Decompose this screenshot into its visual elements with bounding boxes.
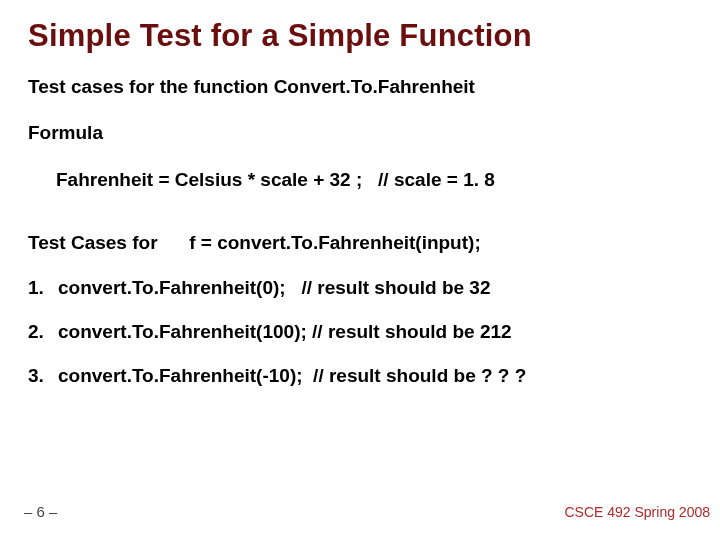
list-number: 3. — [28, 365, 58, 387]
formula-text: Fahrenheit = Celsius * scale + 32 ; // s… — [28, 169, 692, 192]
subtitle: Test cases for the function Convert.To.F… — [28, 76, 692, 99]
testcases-label: Test Cases for f = convert.To.Fahrenheit… — [28, 232, 692, 255]
list-text: convert.To.Fahrenheit(-10); // result sh… — [58, 365, 526, 386]
list-number: 2. — [28, 321, 58, 343]
list-number: 1. — [28, 277, 58, 299]
list-text: convert.To.Fahrenheit(100); // result sh… — [58, 321, 512, 342]
formula-label: Formula — [28, 122, 692, 145]
slide: Simple Test for a Simple Function Test c… — [0, 0, 720, 540]
list-text: convert.To.Fahrenheit(0); // result shou… — [58, 277, 491, 298]
list-item: 3.convert.To.Fahrenheit(-10); // result … — [28, 365, 692, 387]
page-number: – 6 – — [24, 503, 57, 520]
testcase-list: 1.convert.To.Fahrenheit(0); // result sh… — [28, 277, 692, 387]
list-item: 2.convert.To.Fahrenheit(100); // result … — [28, 321, 692, 343]
course-footer: CSCE 492 Spring 2008 — [564, 504, 710, 520]
list-item: 1.convert.To.Fahrenheit(0); // result sh… — [28, 277, 692, 299]
slide-title: Simple Test for a Simple Function — [28, 18, 692, 54]
